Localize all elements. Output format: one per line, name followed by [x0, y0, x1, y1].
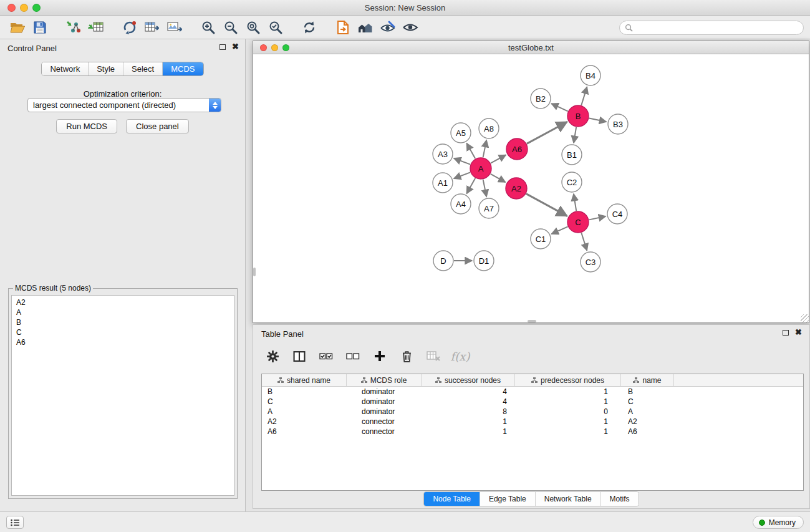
delete-table-button[interactable]: [425, 348, 441, 364]
float-panel-icon[interactable]: [219, 44, 226, 50]
graph-edge-A6-B[interactable]: [527, 122, 567, 144]
graph-edge-A-A2[interactable]: [491, 174, 506, 182]
tab-motifs[interactable]: Motifs: [600, 492, 639, 506]
graph-node-A1[interactable]: A1: [433, 173, 453, 193]
close-panel-button[interactable]: Close panel: [126, 119, 189, 133]
tab-mcds[interactable]: MCDS: [162, 62, 203, 75]
export-image-button[interactable]: [163, 18, 186, 37]
tab-node-table[interactable]: Node Table: [424, 492, 480, 506]
network-minimize-button[interactable]: [271, 44, 278, 51]
export-table-button[interactable]: [141, 18, 163, 37]
column-header-successor-nodes[interactable]: successor nodes: [421, 374, 514, 386]
graph-edge-B-B1[interactable]: [574, 127, 576, 143]
column-header-name[interactable]: name: [620, 374, 673, 386]
graph-node-D[interactable]: D: [433, 251, 453, 271]
mcds-result-item[interactable]: A: [16, 307, 229, 317]
memory-button[interactable]: Memory: [753, 516, 804, 529]
mcds-result-item[interactable]: B: [16, 317, 229, 327]
graph-node-A7[interactable]: A7: [479, 198, 499, 218]
function-builder-button[interactable]: f(x): [452, 348, 468, 364]
close-button[interactable]: [7, 4, 16, 12]
table-row[interactable]: C dominator 4 1 C: [262, 397, 803, 407]
graph-edge-A2-C[interactable]: [526, 194, 567, 216]
search-input[interactable]: [636, 23, 798, 32]
graph-edge-A-A3[interactable]: [454, 158, 470, 165]
graph-node-B1[interactable]: B1: [562, 145, 582, 165]
optimization-criterion-select[interactable]: largest connected component (directed): [27, 98, 221, 112]
zoom-out-button[interactable]: [219, 18, 242, 37]
table-row[interactable]: A dominator 8 0 A: [262, 407, 803, 417]
minimize-button[interactable]: [20, 4, 28, 12]
column-header-mcds-role[interactable]: MCDS role: [346, 374, 421, 386]
close-panel-icon[interactable]: ✖: [232, 44, 239, 50]
zoom-fit-button[interactable]: [242, 18, 264, 37]
zoom-in-button[interactable]: [197, 18, 219, 37]
mcds-result-item[interactable]: A6: [16, 337, 229, 347]
refresh-layout-button[interactable]: [298, 18, 321, 37]
network-close-button[interactable]: [260, 44, 267, 51]
graph-node-A2[interactable]: A2: [506, 178, 527, 199]
import-table-button[interactable]: [85, 18, 107, 37]
graph-node-C3[interactable]: C3: [581, 252, 600, 272]
graph-node-B2[interactable]: B2: [531, 89, 551, 109]
graph-node-B4[interactable]: B4: [581, 65, 600, 85]
graph-edge-B-B3[interactable]: [589, 118, 607, 122]
graph-edge-B-B2[interactable]: [551, 104, 567, 111]
network-zoom-button[interactable]: [282, 44, 289, 51]
table-row[interactable]: B dominator 4 1 B: [262, 387, 803, 397]
run-mcds-button[interactable]: Run MCDS: [56, 119, 117, 133]
graph-node-C[interactable]: C: [567, 211, 589, 233]
network-graph[interactable]: B4B2BB3B1A5A8A6A3AA1A2C2A4A7C4CC1C3DD1: [253, 54, 809, 322]
graph-edge-A-A6[interactable]: [491, 155, 506, 163]
graph-node-C4[interactable]: C4: [607, 204, 627, 224]
graph-edge-C-C1[interactable]: [551, 226, 567, 234]
table-row[interactable]: A6 connector 1 1 A6: [262, 427, 803, 437]
graph-edge-C-C4[interactable]: [589, 216, 606, 220]
graph-edge-A-A5[interactable]: [466, 143, 475, 159]
zoom-selected-button[interactable]: [264, 18, 287, 37]
graph-node-A8[interactable]: A8: [479, 118, 499, 138]
tab-select[interactable]: Select: [123, 62, 162, 75]
houses-button[interactable]: [354, 18, 377, 37]
tab-network-table[interactable]: Network Table: [535, 492, 600, 506]
import-network-button[interactable]: [62, 18, 85, 37]
graph-edge-C-C2[interactable]: [574, 194, 576, 211]
open-session-button[interactable]: [6, 18, 29, 37]
graph-node-A[interactable]: A: [470, 158, 491, 179]
graph-node-C1[interactable]: C1: [531, 229, 551, 249]
mcds-result-item[interactable]: A2: [16, 297, 229, 307]
graph-edge-C-C3[interactable]: [581, 233, 587, 251]
delete-column-button[interactable]: [398, 348, 415, 364]
graph-edge-B-B4[interactable]: [581, 87, 587, 105]
graph-node-B[interactable]: B: [567, 105, 589, 127]
graph-edge-A-A7[interactable]: [483, 180, 487, 197]
vertical-scrollbar[interactable]: [253, 268, 256, 276]
mcds-result-item[interactable]: C: [16, 327, 229, 337]
graph-edge-A-A8[interactable]: [483, 140, 487, 158]
float-panel-icon[interactable]: [783, 330, 789, 336]
network-window-titlebar[interactable]: testGlobe.txt: [253, 41, 809, 54]
graph-node-A3[interactable]: A3: [433, 144, 453, 164]
export-report-button[interactable]: [332, 18, 354, 37]
graph-node-A6[interactable]: A6: [506, 138, 528, 160]
table-row[interactable]: A2 connector 1 1 A2: [262, 417, 803, 427]
network-canvas[interactable]: B4B2BB3B1A5A8A6A3AA1A2C2A4A7C4CC1C3DD1: [253, 54, 809, 322]
graph-node-A4[interactable]: A4: [451, 194, 471, 214]
export-network-button[interactable]: [118, 18, 141, 37]
tab-edge-table[interactable]: Edge Table: [480, 492, 535, 506]
close-panel-icon[interactable]: ✖: [795, 329, 802, 336]
save-session-button[interactable]: [29, 18, 51, 37]
add-column-button[interactable]: [372, 348, 388, 364]
task-history-button[interactable]: [6, 516, 24, 529]
tab-network[interactable]: Network: [42, 62, 88, 75]
deselect-all-button[interactable]: [345, 348, 361, 364]
table-settings-button[interactable]: [264, 348, 281, 364]
eye-button[interactable]: [399, 18, 422, 37]
horizontal-scrollbar[interactable]: [528, 320, 536, 322]
graph-edge-A-A4[interactable]: [466, 178, 475, 194]
graph-node-C2[interactable]: C2: [562, 172, 582, 192]
select-all-button[interactable]: [318, 348, 334, 364]
graph-edge-A-A1[interactable]: [454, 172, 470, 178]
column-header-predecessor-nodes[interactable]: predecessor nodes: [514, 374, 620, 386]
graph-node-A5[interactable]: A5: [451, 123, 471, 143]
